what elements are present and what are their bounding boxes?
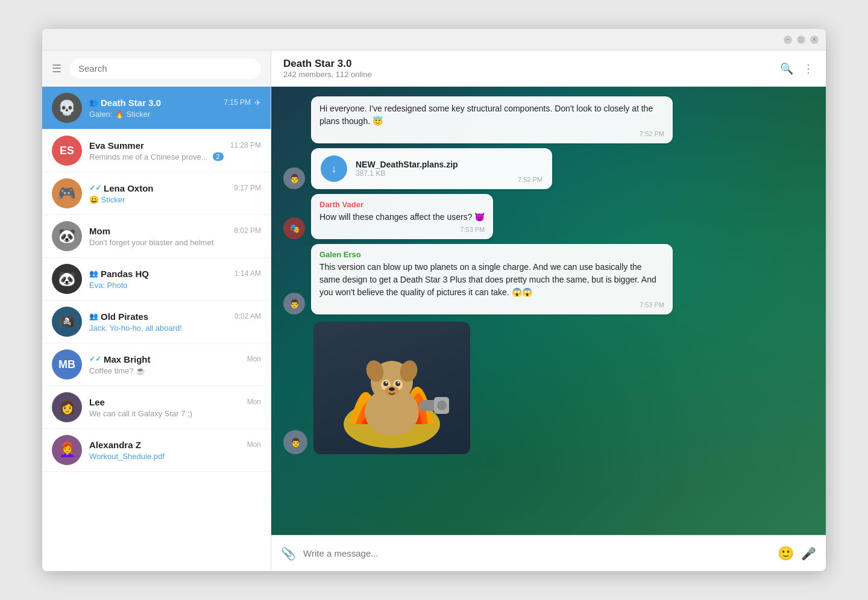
chat-time-old-pirates: 0:02 AM [234, 312, 261, 320]
chat-header-info: Death Star 3.0 242 members, 112 online [283, 58, 372, 79]
chat-preview-lee: We can call it Galaxy Star 7 ;) [89, 409, 261, 418]
chat-item-max-bright[interactable]: MB ✓✓ Max Bright Mon Coffee time? ☕ [42, 343, 271, 386]
message-bubble-3: Darth Vader How will these changes affec… [311, 194, 493, 239]
avatar-lee: 👩 [52, 392, 82, 422]
chat-item-mom[interactable]: 🐼 Mom 8:02 PM Don't forget your blaster … [42, 215, 271, 258]
message-row-4: 👨 Galen Erso This version can blow up tw… [283, 244, 814, 314]
file-download-button[interactable]: ↓ [321, 155, 347, 182]
file-name-1: NEW_DeathStar.plans.zip [356, 160, 458, 169]
input-area: 📎 🙂 🎤 [271, 535, 826, 571]
chat-name-eva-summer: Eva Summer [89, 140, 144, 151]
app-body: ☰ 💀 👥 Death Star 3.0 7:15 PM [42, 51, 826, 571]
svg-point-12 [389, 387, 395, 391]
group-icon-pirates: 👥 [89, 312, 98, 320]
chat-name-alexandra-z: Alexandra Z [89, 440, 141, 450]
double-check-max: ✓✓ [89, 355, 101, 363]
attach-icon[interactable]: 📎 [281, 546, 296, 561]
chat-more-icon[interactable]: ⋮ [803, 62, 814, 75]
close-button[interactable]: × [810, 36, 819, 44]
msg-avatar-darth: 🎭 [283, 217, 305, 239]
app-window: − □ × ☰ 💀 👥 Death Star 3.0 [42, 29, 826, 571]
file-time-1: 7:52 PM [518, 176, 542, 183]
msg-text-4: This version can blow up two planets on … [319, 261, 664, 299]
chat-time-alexandra-z: Mon [247, 440, 261, 449]
msg-avatar-galen: 👨 [283, 293, 305, 314]
minimize-button[interactable]: − [784, 36, 792, 44]
chat-name-mom: Mom [89, 226, 110, 236]
chat-item-eva-summer[interactable]: ES Eva Summer 11:28 PM Reminds me of a C… [42, 130, 271, 172]
chat-info-old-pirates: 👥 Old Pirates 0:02 AM Jack: Yo-ho-ho, al… [89, 311, 261, 333]
chat-item-pandas-hq[interactable]: 🐼 👥 Pandas HQ 1:14 AM Eva: Photo [42, 258, 271, 301]
chat-info-lena-oxton: ✓✓ Lena Oxton 9:17 PM 😀 Sticker [89, 183, 261, 204]
messages-inner: 👨 Hi everyone. I've redesigned some key … [271, 87, 826, 464]
msg-sender-galen: Galen Erso [319, 250, 664, 259]
chat-preview-old-pirates: Jack: Yo-ho-ho, all aboard! [89, 323, 261, 333]
avatar-max-bright: MB [52, 349, 82, 380]
msg-avatar-sticker: 👨 [283, 430, 307, 454]
chat-preview-mom: Don't forget your blaster and helmet [89, 238, 261, 247]
avatar-eva-summer: ES [52, 136, 82, 166]
titlebar: − □ × [42, 29, 826, 51]
msg-text-3: How will these changes affect the users?… [319, 211, 485, 223]
chat-info-lee: Lee Mon We can call it Galaxy Star 7 ;) [89, 397, 261, 418]
sidebar: ☰ 💀 👥 Death Star 3.0 7:15 PM [42, 51, 271, 571]
chat-info-pandas-hq: 👥 Pandas HQ 1:14 AM Eva: Photo [89, 269, 261, 290]
chat-name-old-pirates: 👥 Old Pirates [89, 311, 148, 322]
sticker-container [313, 322, 470, 454]
chat-title: Death Star 3.0 [283, 58, 372, 70]
chat-info-max-bright: ✓✓ Max Bright Mon Coffee time? ☕ [89, 354, 261, 375]
menu-icon[interactable]: ☰ [52, 62, 61, 75]
svg-point-10 [398, 382, 400, 384]
pin-icon-death-star: ✈ [254, 98, 261, 107]
chat-search-icon[interactable]: 🔍 [780, 62, 793, 75]
chat-preview-max-bright: Coffee time? ☕ [89, 366, 261, 375]
chat-info-eva-summer: Eva Summer 11:28 PM Reminds me of a Chin… [89, 140, 261, 161]
chat-time-pandas-hq: 1:14 AM [234, 269, 261, 278]
chat-header: Death Star 3.0 242 members, 112 online 🔍… [271, 51, 826, 87]
chat-list: 💀 👥 Death Star 3.0 7:15 PM ✈ [42, 87, 271, 571]
msg-text-1: Hi everyone. I've redesigned some key st… [319, 102, 664, 128]
mic-icon[interactable]: 🎤 [801, 546, 816, 561]
chat-time-max-bright: Mon [247, 355, 261, 363]
file-bubble-1: ↓ NEW_DeathStar.plans.zip 387.1 KB 7:52 … [311, 148, 552, 189]
chat-info-death-star: 👥 Death Star 3.0 7:15 PM ✈ Galen: 🔥 Stic… [89, 98, 261, 119]
message-row-1: 👨 Hi everyone. I've redesigned some key … [283, 96, 814, 189]
maximize-button[interactable]: □ [797, 36, 805, 44]
chat-preview-alexandra-z: Workout_Shedule.pdf [89, 452, 261, 461]
chat-name-pandas-hq: 👥 Pandas HQ [89, 269, 149, 279]
avatar-old-pirates: 🏴‍☠️ [52, 307, 82, 337]
msg-sender-darth: Darth Vader [319, 200, 485, 209]
file-info-1: NEW_DeathStar.plans.zip 387.1 KB [356, 160, 458, 178]
chat-item-alexandra-z[interactable]: 👩‍🦰 Alexandra Z Mon Workout_Shedule.pdf [42, 429, 271, 472]
avatar-lena-oxton: 🎮 [52, 178, 82, 208]
chat-subtitle: 242 members, 112 online [283, 70, 372, 79]
chat-name-lena-oxton: ✓✓ Lena Oxton [89, 183, 154, 193]
message-bubble-4: Galen Erso This version can blow up two … [311, 244, 673, 314]
chat-preview-eva-summer: Reminds me of a Chinese prove... 2 [89, 152, 261, 161]
file-size-1: 387.1 KB [356, 169, 458, 178]
chat-info-mom: Mom 8:02 PM Don't forget your blaster an… [89, 226, 261, 247]
message-input[interactable] [303, 548, 770, 558]
chat-time-mom: 8:02 PM [234, 227, 261, 235]
chat-item-old-pirates[interactable]: 🏴‍☠️ 👥 Old Pirates 0:02 AM Jack: Yo-ho-h… [42, 301, 271, 343]
messages-area: 👨 Hi everyone. I've redesigned some key … [271, 87, 826, 535]
svg-point-9 [386, 382, 388, 384]
emoji-icon[interactable]: 🙂 [778, 546, 794, 561]
chat-item-lena-oxton[interactable]: 🎮 ✓✓ Lena Oxton 9:17 PM 😀 Sticker [42, 172, 271, 215]
chat-time-death-star: 7:15 PM [224, 98, 251, 107]
sticker-image [326, 328, 458, 448]
search-input[interactable] [70, 58, 261, 79]
chat-preview-death-star: Galen: 🔥 Sticker [89, 110, 261, 119]
chat-info-alexandra-z: Alexandra Z Mon Workout_Shedule.pdf [89, 440, 261, 461]
chat-name-death-star: 👥 Death Star 3.0 [89, 98, 161, 108]
avatar-pandas-hq: 🐼 [52, 264, 82, 294]
chat-preview-lena-oxton: 😀 Sticker [89, 195, 261, 204]
chat-name-max-bright: ✓✓ Max Bright [89, 354, 151, 364]
chat-item-lee[interactable]: 👩 Lee Mon We can call it Galaxy Star 7 ;… [42, 386, 271, 429]
chat-item-death-star[interactable]: 💀 👥 Death Star 3.0 7:15 PM ✈ [42, 87, 271, 130]
group-icon-pandas: 👥 [89, 269, 98, 278]
msg-time-4: 7:53 PM [319, 301, 664, 308]
svg-point-15 [437, 401, 447, 410]
sticker-row: 👨 [283, 322, 814, 454]
msg-avatar-1: 👨 [283, 167, 305, 189]
